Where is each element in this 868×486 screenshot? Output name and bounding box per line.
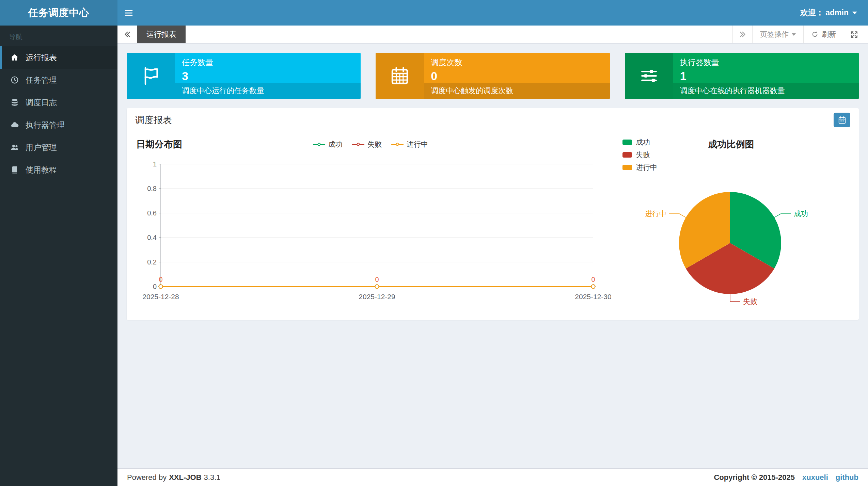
stat-box-executor-count: 执行器数量 1 调度中心在线的执行器机器数量 bbox=[625, 53, 859, 99]
pie-legend-item[interactable]: 成功 bbox=[622, 137, 657, 147]
sidebar-item-label: 运行报表 bbox=[26, 52, 57, 63]
chevron-down-icon bbox=[852, 12, 857, 14]
refresh-button[interactable]: 刷新 bbox=[803, 26, 843, 43]
navbar: 欢迎：admin bbox=[117, 0, 868, 26]
username: admin bbox=[825, 8, 849, 17]
stat-description: 调度中心触发的调度次数 bbox=[424, 83, 610, 99]
panel-header: 调度报表 bbox=[127, 108, 859, 132]
svg-text:0.6: 0.6 bbox=[147, 209, 157, 217]
page-content: 任务数量 3 调度中心运行的任务数量 调度次数 0 调度中心触发的调度次数 bbox=[117, 44, 868, 468]
svg-text:0.8: 0.8 bbox=[147, 185, 157, 192]
sidebar-item-label: 使用教程 bbox=[26, 165, 57, 175]
stat-value: 3 bbox=[182, 69, 354, 83]
tab-label: 运行报表 bbox=[146, 29, 176, 39]
stat-description: 调度中心在线的执行器机器数量 bbox=[673, 83, 859, 99]
sidebar-item-help[interactable]: 使用教程 bbox=[0, 159, 117, 181]
footer: Powered byXXL-JOB3.3.1 Copyright © 2015-… bbox=[117, 468, 868, 486]
date-range-button[interactable] bbox=[834, 113, 850, 127]
sidebar-item-label: 调度日志 bbox=[26, 97, 57, 108]
github-link[interactable]: github bbox=[836, 473, 858, 482]
sidebar-item-label: 执行器管理 bbox=[26, 120, 65, 130]
tab-dashboard[interactable]: 运行报表 bbox=[137, 26, 186, 43]
svg-text:成功: 成功 bbox=[794, 210, 808, 217]
svg-text:2025-12-28: 2025-12-28 bbox=[142, 293, 179, 301]
sidebar-item-label: 任务管理 bbox=[26, 75, 57, 85]
line-legend-item[interactable]: 失败 bbox=[352, 140, 382, 149]
hamburger-icon bbox=[124, 8, 134, 18]
line-legend-item[interactable]: 进行中 bbox=[391, 140, 428, 149]
stat-body: 执行器数量 1 调度中心在线的执行器机器数量 bbox=[673, 53, 859, 99]
tab-bar-controls: 页签操作 刷新 bbox=[732, 26, 868, 43]
stat-box-job-count: 任务数量 3 调度中心运行的任务数量 bbox=[127, 53, 361, 99]
stat-body: 任务数量 3 调度中心运行的任务数量 bbox=[175, 53, 361, 99]
app-logo[interactable]: 任务调度中心 bbox=[0, 0, 117, 26]
line-legend-item[interactable]: 成功 bbox=[313, 140, 343, 149]
svg-text:0: 0 bbox=[591, 276, 595, 283]
database-icon bbox=[9, 97, 20, 108]
footer-copyright: Copyright © 2015-2025 xuxueli github bbox=[714, 473, 858, 482]
xuxueli-link[interactable]: xuxueli bbox=[802, 473, 828, 482]
app-title: 任务调度中心 bbox=[28, 6, 90, 20]
footer-powered-by: Powered byXXL-JOB3.3.1 bbox=[127, 473, 223, 482]
sidebar-item-label: 用户管理 bbox=[26, 142, 57, 153]
version-text: 3.3.1 bbox=[204, 473, 221, 482]
clock-icon bbox=[9, 75, 20, 85]
svg-text:0: 0 bbox=[375, 276, 379, 283]
charts-row: 日期分布图 成功失败进行中 00.20.40.60.812025-12-2820… bbox=[127, 132, 859, 320]
svg-text:0.4: 0.4 bbox=[147, 234, 157, 241]
calendar-icon bbox=[376, 53, 424, 99]
sidebar-item-job-manage[interactable]: 任务管理 bbox=[0, 69, 117, 91]
svg-text:进行中: 进行中 bbox=[645, 210, 666, 217]
copyright-text: Copyright © 2015-2025 bbox=[714, 473, 795, 482]
double-left-icon bbox=[123, 30, 131, 38]
panel-title: 调度报表 bbox=[135, 114, 172, 126]
powered-text: Powered by bbox=[127, 473, 167, 482]
svg-text:失败: 失败 bbox=[743, 297, 757, 305]
svg-text:2025-12-29: 2025-12-29 bbox=[359, 293, 395, 301]
stat-value: 0 bbox=[431, 69, 603, 83]
refresh-label: 刷新 bbox=[822, 30, 836, 39]
stat-title: 任务数量 bbox=[182, 57, 354, 68]
stat-body: 调度次数 0 调度中心触发的调度次数 bbox=[424, 53, 610, 99]
user-menu[interactable]: 欢迎：admin bbox=[789, 0, 868, 26]
sidebar: 导航 运行报表 任务管理 调度日志 执行器管理 用户管理 使用教程 bbox=[0, 26, 117, 486]
svg-text:1: 1 bbox=[153, 160, 157, 168]
sidebar-toggle-button[interactable] bbox=[117, 0, 140, 26]
svg-text:0.2: 0.2 bbox=[147, 258, 157, 266]
stat-description: 调度中心运行的任务数量 bbox=[175, 83, 361, 99]
tabs-scroll-right-button[interactable] bbox=[732, 26, 752, 43]
sidebar-item-user-manage[interactable]: 用户管理 bbox=[0, 136, 117, 159]
date-distribution-chart: 日期分布图 成功失败进行中 00.20.40.60.812025-12-2820… bbox=[130, 134, 611, 314]
cloud-icon bbox=[9, 119, 20, 130]
line-chart-svg: 00.20.40.60.812025-12-282025-12-292025-1… bbox=[130, 154, 611, 310]
top-header: 任务调度中心 欢迎：admin bbox=[0, 0, 868, 26]
stat-title: 调度次数 bbox=[431, 57, 603, 68]
sidebar-item-dashboard[interactable]: 运行报表 bbox=[0, 46, 117, 69]
tab-operations-dropdown[interactable]: 页签操作 bbox=[752, 26, 803, 43]
pie-chart-svg: 成功失败进行中 bbox=[611, 154, 851, 310]
welcome-prefix: 欢迎： bbox=[800, 7, 824, 18]
stat-title: 执行器数量 bbox=[680, 57, 852, 68]
sidebar-item-job-log[interactable]: 调度日志 bbox=[0, 91, 117, 114]
brand-name: XXL-JOB bbox=[169, 473, 201, 482]
svg-text:2025-12-30: 2025-12-30 bbox=[575, 293, 611, 301]
chevron-down-icon bbox=[792, 33, 796, 36]
double-right-icon bbox=[739, 30, 747, 38]
calendar-icon bbox=[838, 116, 847, 125]
sidebar-item-executor-manage[interactable]: 执行器管理 bbox=[0, 114, 117, 136]
tab-operations-label: 页签操作 bbox=[760, 30, 789, 39]
stat-boxes: 任务数量 3 调度中心运行的任务数量 调度次数 0 调度中心触发的调度次数 bbox=[127, 53, 859, 99]
refresh-icon bbox=[811, 31, 819, 38]
home-icon bbox=[9, 52, 20, 63]
expand-icon bbox=[850, 30, 858, 39]
svg-text:0: 0 bbox=[153, 283, 157, 290]
flag-icon bbox=[127, 53, 175, 99]
fullscreen-button[interactable] bbox=[843, 26, 865, 43]
stat-box-trigger-count: 调度次数 0 调度中心触发的调度次数 bbox=[376, 53, 610, 99]
main-area: 运行报表 页签操作 刷新 bbox=[117, 26, 868, 486]
tabs-scroll-left-button[interactable] bbox=[117, 26, 137, 43]
users-icon bbox=[9, 142, 20, 153]
tab-bar: 运行报表 页签操作 刷新 bbox=[117, 26, 868, 44]
book-icon bbox=[9, 164, 20, 175]
sidebar-section-label: 导航 bbox=[0, 26, 117, 46]
